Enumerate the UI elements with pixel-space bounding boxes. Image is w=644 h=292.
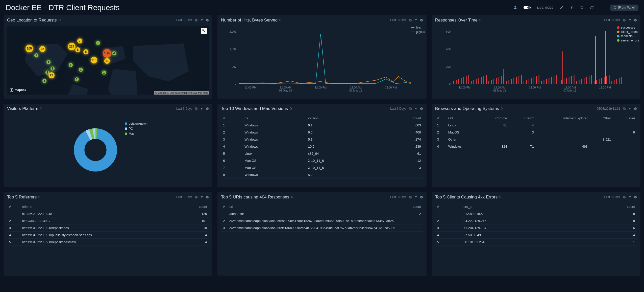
table-row[interactable]: 1Windows6.1603	[221, 122, 423, 129]
table-container[interactable]: #osversioncount1Windows6.16032Windows6.0…	[217, 113, 426, 187]
info-icon[interactable]: i	[206, 107, 209, 110]
table-header[interactable]: src_ip	[461, 203, 582, 210]
table-row[interactable]: 1Linux814	[435, 122, 637, 129]
info-icon[interactable]: i	[420, 19, 423, 22]
map-cluster[interactable]: 22	[39, 46, 45, 52]
map-cluster[interactable]: 1	[75, 77, 79, 81]
map-cluster[interactable]: 1	[96, 41, 100, 45]
panel-time-range[interactable]: Last 3 Days	[390, 107, 406, 110]
table-header[interactable]: OS	[446, 115, 479, 122]
table-row[interactable]: 2Windows6.0408	[221, 129, 423, 136]
table-header[interactable]: #	[435, 115, 446, 122]
panel-time-range[interactable]: Last 3 Days	[176, 107, 192, 110]
table-row[interactable]: 3Other8,521	[435, 136, 637, 143]
table-row[interactable]: 1https://34.222.139.0/125	[7, 210, 209, 217]
table-row[interactable]: 2/v2/admin/sampleapp/blobs/sha256:af2f74…	[221, 217, 423, 224]
table-header[interactable]: #	[435, 203, 462, 210]
table-container[interactable]: #urlcount1/dbadmin/22/v2/admin/sampleapp…	[217, 201, 426, 276]
info-icon[interactable]: i	[634, 196, 637, 199]
copy-icon[interactable]	[623, 196, 626, 199]
table-row[interactable]: 2MacOS39	[435, 129, 637, 136]
table-row[interactable]: 5https://34.222.139.0/repositories/new4	[7, 239, 209, 246]
copy-icon[interactable]	[623, 107, 626, 110]
map-cluster[interactable]: 7	[77, 38, 82, 43]
copy-icon[interactable]	[409, 107, 412, 110]
live-mode-toggle[interactable]	[524, 6, 531, 9]
table-container[interactable]: #src_ipcount1212.80.218.588234.222.129.2…	[432, 201, 640, 276]
search-icon[interactable]	[279, 19, 282, 22]
map-cluster[interactable]: 8	[83, 49, 88, 54]
table-header[interactable]: #	[7, 203, 20, 210]
map-cluster[interactable]: 1	[69, 63, 73, 67]
table-row[interactable]: 4https://34.222.139.0/public/styles/open…	[7, 232, 209, 239]
panel-time-range[interactable]: Last 3 Days	[390, 18, 406, 22]
table-header[interactable]: #	[221, 115, 242, 122]
panel-time-range[interactable]: Last 3 Days	[604, 195, 620, 199]
panel-time-range[interactable]: 05/03/2019 11:31	[597, 107, 620, 110]
map-cluster[interactable]: 6	[75, 47, 80, 52]
filter-icon[interactable]	[414, 19, 417, 22]
table-container[interactable]: #OSChromeFirefoxInternet ExplorerOtherSa…	[432, 113, 640, 187]
table-row[interactable]: 3https://34.222.139.0/repositories10	[7, 224, 209, 232]
maximize-icon[interactable]	[201, 28, 207, 34]
map-cluster[interactable]: 1	[102, 71, 106, 75]
edit-icon[interactable]	[560, 6, 563, 9]
table-row[interactable]: 371.204.129.1946	[435, 224, 637, 232]
table-header[interactable]: #	[221, 203, 227, 210]
user-icon[interactable]	[513, 6, 517, 9]
copy-icon[interactable]	[195, 19, 198, 22]
table-header[interactable]: url	[227, 203, 410, 210]
filter-icon[interactable]	[628, 196, 631, 199]
search-icon[interactable]	[499, 196, 502, 199]
map-cluster[interactable]: 4	[112, 51, 116, 55]
info-icon[interactable]: i	[206, 196, 209, 199]
table-row[interactable]: 4Windows32471463	[435, 143, 637, 150]
search-icon[interactable]	[40, 107, 43, 110]
table-row[interactable]: 7Mac OSX 10_11_53	[221, 164, 423, 171]
table-header[interactable]: Firefox	[509, 115, 536, 122]
table-row[interactable]: 234.222.129.2468	[435, 217, 637, 224]
filter-icon[interactable]	[414, 107, 417, 110]
copy-icon[interactable]	[623, 19, 626, 22]
table-row[interactable]: 1212.80.218.588	[435, 210, 637, 217]
info-icon[interactable]: i	[420, 107, 423, 110]
panel-time-range[interactable]: Last 3 Days	[604, 18, 620, 22]
search-icon[interactable]	[501, 107, 504, 110]
filter-icon[interactable]	[570, 6, 574, 9]
table-header[interactable]: os	[242, 115, 306, 122]
map-cluster[interactable]: 1	[46, 60, 51, 64]
search-icon[interactable]	[289, 107, 292, 110]
map-cluster[interactable]: 115	[91, 57, 97, 63]
filter-icon[interactable]	[628, 19, 631, 22]
table-header[interactable]: referrer	[20, 203, 182, 210]
share-icon[interactable]	[580, 6, 584, 9]
chart-container[interactable]: 2,991 1,994 997 0 12:00 PM 12:00 AM06 Ma…	[217, 24, 426, 99]
map-cluster[interactable]: 22	[48, 72, 55, 78]
filter-icon[interactable]	[200, 107, 203, 110]
search-icon[interactable]	[291, 196, 294, 199]
map-cluster[interactable]: 1	[79, 68, 83, 72]
map-container[interactable]: 1052221112212247681111.2k14115111 mapbox…	[7, 26, 209, 95]
table-row[interactable]: 4Windows10.0239	[221, 143, 423, 150]
table-header[interactable]: count	[410, 203, 423, 210]
copy-icon[interactable]	[195, 107, 198, 110]
chart-container[interactable]: 600 400 200 0 12:00 PM 12:00 AM06 May 19…	[432, 24, 640, 99]
table-header[interactable]: Safari	[613, 115, 637, 122]
map-cluster[interactable]: 2	[34, 53, 38, 57]
panel-time-range[interactable]: Last 3 Days	[176, 18, 192, 22]
map-attribution[interactable]: © Mapbox © OpenStreetMap Improve this ma…	[154, 91, 209, 95]
map-cluster[interactable]: 11	[104, 58, 110, 64]
filter-icon[interactable]	[414, 196, 417, 199]
filter-icon[interactable]	[200, 196, 203, 199]
donut-chart-svg[interactable]	[71, 126, 119, 174]
info-icon[interactable]: i	[634, 19, 637, 22]
table-header[interactable]: Internet Explorer	[536, 115, 590, 122]
table-row[interactable]: 3Windows5.1274	[221, 136, 423, 143]
table-header[interactable]: count	[379, 115, 423, 122]
table-row[interactable]: 5Linuxx86_6461	[221, 150, 423, 157]
copy-icon[interactable]	[195, 196, 198, 199]
more-icon[interactable]	[600, 6, 604, 9]
copy-icon[interactable]	[409, 196, 412, 199]
map-cluster[interactable]: 224	[68, 43, 76, 50]
table-row[interactable]: 3/v2/admin/sampleapp/blobs/sha256:fc1a6b…	[221, 224, 423, 232]
